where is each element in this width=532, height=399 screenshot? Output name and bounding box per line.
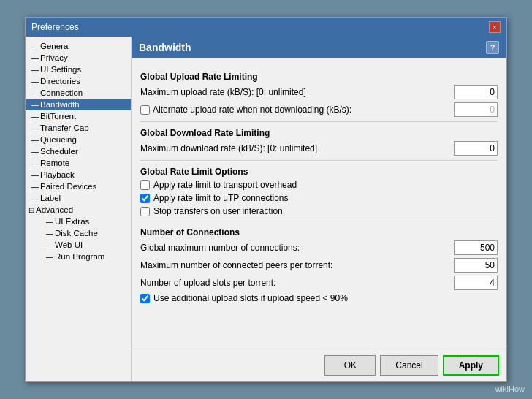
sidebar-item-general[interactable]: — General xyxy=(26,40,131,52)
sidebar-item-ui-settings[interactable]: — UI Settings xyxy=(26,64,131,75)
dialog-footer: OK Cancel Apply xyxy=(132,349,506,381)
additional-slots-row: Use additional upload slots if upload sp… xyxy=(140,293,498,303)
upload-group-label: Global Upload Rate Limiting xyxy=(140,72,498,82)
dash-icon: — xyxy=(31,89,39,97)
rate-limit-utp-checkbox[interactable] xyxy=(140,194,150,203)
rate-limit-stop-label: Stop transfers on user interaction xyxy=(153,206,283,216)
additional-slots-checkbox[interactable] xyxy=(140,294,150,303)
divider-3 xyxy=(140,221,498,221)
help-button[interactable]: ? xyxy=(486,41,499,54)
main-content: Bandwidth ? Global Upload Rate Limiting … xyxy=(132,37,506,381)
cancel-button[interactable]: Cancel xyxy=(380,355,438,376)
preferences-dialog: Preferences × — General — Privacy — UI S… xyxy=(25,17,507,382)
upload-slots-input[interactable] xyxy=(454,276,498,290)
dialog-body: — General — Privacy — UI Settings — Dire… xyxy=(26,37,506,381)
divider-1 xyxy=(140,121,498,122)
global-max-row: Global maximum number of connections: xyxy=(140,240,498,255)
sidebar-item-remote[interactable]: — Remote xyxy=(26,157,131,169)
upload-alt-checkbox[interactable] xyxy=(140,105,150,115)
download-group-label: Global Download Rate Limiting xyxy=(140,128,498,138)
additional-slots-label: Use additional upload slots if upload sp… xyxy=(153,293,348,303)
peers-max-label: Maximum number of connected peers per to… xyxy=(140,260,454,270)
apply-button[interactable]: Apply xyxy=(443,355,499,376)
sidebar-item-bittorrent[interactable]: — BitTorrent xyxy=(26,110,131,122)
dash-icon: — xyxy=(31,113,39,121)
rate-limit-stop-row: Stop transfers on user interaction xyxy=(140,206,498,216)
download-max-row: Maximum download rate (kB/S): [0: unlimi… xyxy=(140,141,498,156)
sidebar-item-advanced[interactable]: ⊟ Advanced xyxy=(26,204,131,216)
dash-icon: — xyxy=(31,66,39,74)
sidebar-item-bandwidth[interactable]: — Bandwidth xyxy=(26,99,131,110)
download-max-input[interactable] xyxy=(454,141,498,156)
sidebar-item-privacy[interactable]: — Privacy xyxy=(26,52,131,64)
peers-max-row: Maximum number of connected peers per to… xyxy=(140,258,498,273)
rate-limit-transport-checkbox[interactable] xyxy=(140,180,150,190)
dash-icon: — xyxy=(31,136,39,144)
upload-alt-input[interactable] xyxy=(454,102,498,117)
upload-alt-row: Alternate upload rate when not downloadi… xyxy=(140,102,498,117)
expand-icon: ⊟ xyxy=(28,206,34,214)
dash-icon: — xyxy=(31,183,39,191)
upload-max-label: Maximum upload rate (kB/S): [0: unlimite… xyxy=(140,87,454,97)
rate-limit-transport-label: Apply rate limit to transport overhead xyxy=(153,180,297,190)
dash-icon: — xyxy=(31,124,39,132)
section-header: Bandwidth ? xyxy=(132,37,506,58)
sidebar-item-transfer-cap[interactable]: — Transfer Cap xyxy=(26,122,131,134)
dash-icon: — xyxy=(46,253,53,261)
sidebar-item-label[interactable]: — Label xyxy=(26,192,131,204)
upload-slots-label: Number of upload slots per torrent: xyxy=(140,278,454,288)
dash-icon: — xyxy=(46,229,53,238)
sidebar-item-web-ui[interactable]: — Web UI xyxy=(26,239,131,251)
divider-2 xyxy=(140,160,498,161)
upload-slots-row: Number of upload slots per torrent: xyxy=(140,276,498,290)
sidebar-item-disk-cache[interactable]: — Disk Cache xyxy=(26,227,131,239)
sidebar-item-playback[interactable]: — Playback xyxy=(26,169,131,180)
upload-max-row: Maximum upload rate (kB/S): [0: unlimite… xyxy=(140,85,498,99)
dialog-title: Preferences xyxy=(31,22,79,32)
dash-icon: — xyxy=(31,101,39,109)
sidebar-item-paired-devices[interactable]: — Paired Devices xyxy=(26,180,131,192)
rate-limit-group-label: Global Rate Limit Options xyxy=(140,167,498,177)
dash-icon: — xyxy=(31,148,39,156)
dash-icon: — xyxy=(46,218,53,226)
section-title: Bandwidth xyxy=(139,42,191,53)
dash-icon: — xyxy=(31,171,39,179)
sidebar-item-directories[interactable]: — Directories xyxy=(26,75,131,87)
connections-group-label: Number of Connections xyxy=(140,227,498,238)
watermark: wikiHow xyxy=(495,384,525,393)
dash-icon: — xyxy=(46,241,53,249)
rate-limit-transport-row: Apply rate limit to transport overhead xyxy=(140,180,498,190)
titlebar: Preferences × xyxy=(26,18,506,37)
sidebar-item-scheduler[interactable]: — Scheduler xyxy=(26,145,131,157)
upload-max-input[interactable] xyxy=(454,85,498,99)
download-max-label: Maximum download rate (kB/S): [0: unlimi… xyxy=(140,143,454,153)
global-max-label: Global maximum number of connections: xyxy=(140,243,454,253)
rate-limit-stop-checkbox[interactable] xyxy=(140,207,150,216)
dash-icon: — xyxy=(31,159,39,167)
upload-alt-label: Alternate upload rate when not downloadi… xyxy=(153,104,454,115)
ok-button[interactable]: OK xyxy=(324,355,376,376)
dash-icon: — xyxy=(31,42,39,50)
sidebar-item-queueing[interactable]: — Queueing xyxy=(26,134,131,145)
dash-icon: — xyxy=(31,54,39,62)
dash-icon: — xyxy=(31,77,39,86)
sidebar-item-ui-extras[interactable]: — UI Extras xyxy=(26,216,131,227)
content-area: Global Upload Rate Limiting Maximum uplo… xyxy=(132,58,506,349)
rate-limit-utp-label: Apply rate limit to uTP connections xyxy=(153,193,289,203)
global-max-input[interactable] xyxy=(454,240,498,255)
sidebar: — General — Privacy — UI Settings — Dire… xyxy=(26,37,132,381)
close-button[interactable]: × xyxy=(489,21,501,33)
sidebar-item-connection[interactable]: — Connection xyxy=(26,87,131,99)
peers-max-input[interactable] xyxy=(454,258,498,273)
sidebar-item-run-program[interactable]: — Run Program xyxy=(26,251,131,262)
rate-limit-utp-row: Apply rate limit to uTP connections xyxy=(140,193,498,203)
dash-icon: — xyxy=(31,194,39,202)
